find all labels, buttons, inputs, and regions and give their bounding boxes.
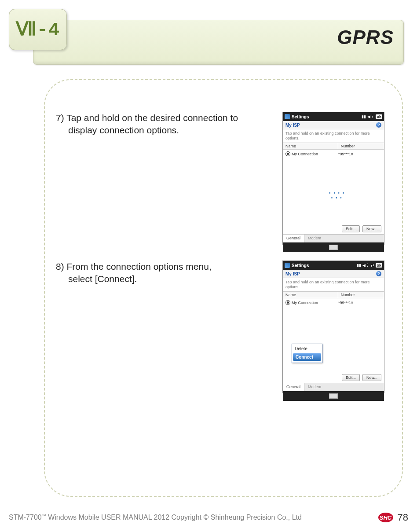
column-headers: Name Number (283, 291, 384, 298)
section-tab: Ⅶ-4 (9, 9, 67, 50)
col-number: Number (338, 143, 384, 149)
tab-bar: General Modem (283, 383, 384, 391)
help-icon[interactable]: ? (376, 122, 381, 128)
edit-button[interactable]: Edit... (342, 374, 360, 381)
page-header: GPRS Ⅶ-4 (0, 0, 417, 75)
tab-modem[interactable]: Modem (304, 383, 325, 391)
step-8-line2: select [Connect]. (68, 273, 245, 285)
screenshot-step-7: Settings ▮▮ ◀⋮ ok My ISP ? Tap and hold … (282, 112, 384, 245)
windows-icon (285, 263, 290, 268)
wm-bottombar (283, 242, 384, 252)
ok-button[interactable]: ok (376, 263, 382, 268)
wm-subheader: My ISP ? (283, 270, 384, 278)
step-7-text: 7) Tap and hold on the desired connectio… (56, 112, 245, 137)
radio-icon (285, 151, 290, 156)
col-name: Name (283, 292, 338, 298)
new-button[interactable]: New... (362, 225, 381, 232)
step-7-line2: display connection options. (68, 124, 245, 136)
isp-label: My ISP (285, 272, 300, 276)
step-8-line1: From the connection options menu, (67, 261, 212, 272)
step-7-line1: Tap and hold on the desired connection t… (66, 113, 238, 123)
tm-symbol: ™ (42, 513, 46, 518)
footer-text: STM-7700™ Windows Mobile USER MANUAL 201… (9, 513, 374, 521)
volume-icon: ◀⋮ (362, 263, 369, 268)
page-footer: STM-7700™ Windows Mobile USER MANUAL 201… (9, 512, 408, 523)
section-number: Ⅶ-4 (16, 18, 60, 41)
wm-subheader: My ISP ? (283, 121, 384, 129)
connection-name: My Connection (292, 152, 318, 156)
connection-list: My Connection *99***1# Delete Connect (283, 298, 384, 372)
signal-icon: ▮▮ (362, 114, 366, 119)
isp-label: My ISP (285, 123, 300, 128)
windows-icon (285, 114, 290, 119)
screenshot-step-8: Settings ▮▮ ◀⋮ ⇄ ok My ISP ? Tap and hol… (282, 260, 384, 393)
button-row: Edit... New... (283, 372, 384, 383)
step-8-text: 8) From the connection options menu, sel… (56, 260, 245, 286)
column-headers: Name Number (283, 143, 384, 150)
content-frame: 7) Tap and hold on the desired connectio… (44, 79, 403, 497)
connection-row[interactable]: My Connection *99***1# (283, 150, 384, 158)
context-menu: Delete Connect (292, 344, 322, 363)
connection-row[interactable]: My Connection *99***1# (283, 298, 384, 307)
page-number: 78 (398, 512, 408, 523)
footer-product: STM-7700 (9, 514, 42, 521)
volume-icon: ◀⋮ (367, 114, 374, 119)
col-name: Name (283, 143, 338, 149)
page-title: GPRS (337, 26, 394, 48)
wm-title: Settings (292, 114, 309, 119)
keyboard-icon[interactable] (329, 245, 338, 250)
title-bar: GPRS (33, 20, 404, 65)
ok-button[interactable]: ok (376, 114, 382, 119)
new-button[interactable]: New... (362, 374, 381, 381)
hint-text: Tap and hold on an existing connection f… (283, 278, 384, 291)
wm-titlebar: Settings ▮▮ ◀⋮ ⇄ ok (283, 261, 384, 270)
connection-number: *99***1# (338, 301, 381, 305)
step-8-number: 8) (56, 261, 64, 272)
tab-general[interactable]: General (283, 235, 304, 242)
tab-bar: General Modem (283, 234, 384, 242)
radio-icon (285, 300, 290, 305)
wm-title: Settings (292, 263, 309, 268)
step-7-number: 7) (56, 113, 64, 123)
network-icon: ⇄ (371, 263, 374, 268)
button-row: Edit... New... (283, 224, 384, 234)
wm-bottombar (283, 391, 384, 401)
edit-button[interactable]: Edit... (342, 225, 360, 232)
connection-name: My Connection (292, 301, 318, 305)
shc-logo: SHC (378, 513, 393, 522)
hint-text: Tap and hold on an existing connection f… (283, 129, 384, 143)
menu-item-delete[interactable]: Delete (292, 345, 322, 352)
footer-rest: Windows Mobile USER MANUAL 2012 Copyrigh… (46, 514, 302, 521)
wm-titlebar: Settings ▮▮ ◀⋮ ok (283, 112, 384, 121)
col-number: Number (338, 292, 384, 298)
keyboard-icon[interactable] (329, 393, 338, 399)
menu-item-connect[interactable]: Connect (293, 353, 321, 361)
connection-number: *99***1# (338, 152, 381, 156)
tab-modem[interactable]: Modem (304, 235, 325, 242)
connection-list: My Connection *99***1# • • • • • • • (283, 150, 384, 224)
signal-icon: ▮▮ (357, 263, 361, 268)
tap-hold-indicator: • • • • • • • (329, 191, 345, 200)
tab-general[interactable]: General (283, 383, 304, 391)
help-icon[interactable]: ? (376, 271, 381, 276)
